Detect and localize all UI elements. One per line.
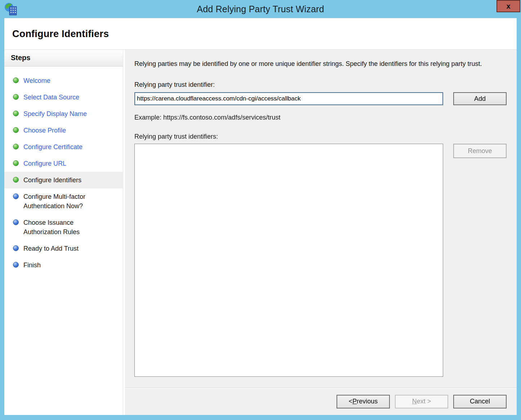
step-status-dot <box>13 219 19 225</box>
title-bar[interactable]: Add Relying Party Trust Wizard x <box>0 0 521 18</box>
main-panel: Relying parties may be identified by one… <box>125 50 517 415</box>
step-label: Configure Certificate <box>23 142 83 152</box>
window-title: Add Relying Party Trust Wizard <box>0 0 521 18</box>
step-item-finish: Finish <box>4 257 123 273</box>
previous-label-part: < <box>349 398 353 405</box>
wizard-body: Steps Welcome Select Data Source Specify… <box>4 49 517 415</box>
step-status-dot <box>13 245 19 251</box>
step-item-configure-identifiers: Configure Identifiers <box>4 172 123 188</box>
step-item-configure-url[interactable]: Configure URL <box>4 155 123 172</box>
close-button[interactable]: x <box>496 0 520 12</box>
step-label: Configure Identifiers <box>23 175 81 185</box>
step-item-choose-profile[interactable]: Choose Profile <box>4 122 123 139</box>
step-label: Welcome <box>23 76 50 85</box>
step-label: Choose Issuance Authorization Rules <box>23 218 102 237</box>
step-status-dot <box>13 127 19 133</box>
step-status-dot <box>13 160 19 166</box>
step-label: Select Data Source <box>23 93 79 102</box>
step-item-ready-to-add-trust: Ready to Add Trust <box>4 240 123 257</box>
identifiers-list-row: Remove <box>134 144 507 377</box>
identifier-input[interactable] <box>134 92 443 105</box>
example-text: Example: https://fs.contoso.com/adfs/ser… <box>134 114 507 121</box>
page-title: Configure Identifiers <box>12 28 109 40</box>
close-icon: x <box>506 3 510 10</box>
step-label: Specify Display Name <box>23 109 87 119</box>
identifier-input-row: Add <box>134 92 507 105</box>
identifiers-list-label: Relying party trust identifiers: <box>134 133 507 140</box>
step-label: Configure URL <box>23 159 66 168</box>
step-status-dot <box>13 144 19 149</box>
step-item-select-data-source[interactable]: Select Data Source <box>4 89 123 106</box>
next-button[interactable]: Next > <box>395 395 448 408</box>
steps-header: Steps <box>4 50 123 67</box>
identifier-label: Relying party trust identifier: <box>134 81 507 89</box>
step-item-configure-multi-factor-authentication-now: Configure Multi-factor Authentication No… <box>4 188 123 214</box>
previous-accesskey: P <box>352 398 357 405</box>
step-item-welcome[interactable]: Welcome <box>4 72 123 89</box>
step-status-dot <box>13 94 19 100</box>
steps-list: Welcome Select Data Source Specify Displ… <box>4 67 123 273</box>
previous-label-rest: revious <box>357 398 378 405</box>
step-item-specify-display-name[interactable]: Specify Display Name <box>4 106 123 122</box>
step-label: Choose Profile <box>23 126 66 135</box>
step-status-dot <box>13 262 19 268</box>
intro-text: Relying parties may be identified by one… <box>134 59 506 69</box>
next-accesskey: N <box>412 398 417 405</box>
wizard-frame: Configure Identifiers Steps Welcome Sele… <box>4 18 517 415</box>
step-item-configure-certificate[interactable]: Configure Certificate <box>4 139 123 155</box>
heading-band: Configure Identifiers <box>4 18 517 49</box>
remove-button[interactable]: Remove <box>453 144 507 158</box>
steps-sidebar: Steps Welcome Select Data Source Specify… <box>4 50 123 415</box>
step-status-dot <box>13 111 19 116</box>
add-button[interactable]: Add <box>453 92 507 105</box>
cancel-button[interactable]: Cancel <box>453 395 507 408</box>
step-status-dot <box>13 177 19 183</box>
wizard-window: Add Relying Party Trust Wizard x Configu… <box>0 0 521 420</box>
step-label: Finish <box>23 260 41 270</box>
next-label-rest: ext > <box>417 398 431 405</box>
footer-bar: < Previous Next > Cancel <box>125 388 517 415</box>
previous-button[interactable]: < Previous <box>337 395 390 408</box>
step-item-choose-issuance-authorization-rules: Choose Issuance Authorization Rules <box>4 214 123 240</box>
step-status-dot <box>13 193 19 199</box>
step-status-dot <box>13 77 19 83</box>
step-label: Ready to Add Trust <box>23 244 79 253</box>
identifiers-listbox[interactable] <box>134 144 443 377</box>
main-content: Relying parties may be identified by one… <box>125 50 517 388</box>
step-label: Configure Multi-factor Authentication No… <box>23 192 102 211</box>
